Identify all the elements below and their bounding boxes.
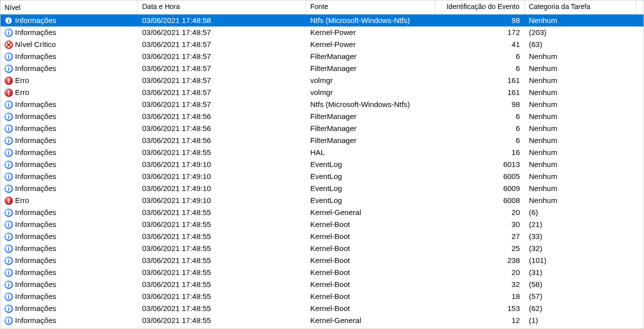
source-cell: Kernel-General (306, 206, 435, 218)
svg-rect-2 (9, 20, 10, 23)
event-id-cell: 6 (435, 122, 525, 134)
column-header-level[interactable]: Nível (1, 0, 138, 14)
event-id-cell: 153 (435, 302, 525, 314)
svg-rect-54 (9, 188, 10, 191)
table-row[interactable]: Informações03/06/2021 17:48:56FilterMana… (1, 134, 643, 146)
info-icon (5, 268, 13, 277)
date-cell: 03/06/2021 17:48:55 (138, 314, 306, 326)
table-row[interactable]: Informações03/06/2021 17:48:57FilterMana… (1, 62, 643, 74)
table-row[interactable]: Informações03/06/2021 17:48:56FilterMana… (1, 122, 643, 134)
table-row[interactable]: Informações03/06/2021 17:48:55Kernel-Boo… (1, 218, 643, 230)
source-cell: Kernel-Boot (306, 290, 435, 302)
info-icon (5, 232, 13, 241)
table-row[interactable]: Informações03/06/2021 17:49:10EventLog60… (1, 158, 643, 170)
table-row[interactable]: Informações03/06/2021 17:48:57Kernel-Pow… (1, 26, 643, 38)
table-row[interactable]: Erro03/06/2021 17:48:57volmgr161Nenhum (1, 74, 643, 86)
svg-rect-34 (9, 128, 10, 131)
source-cell: Kernel-Boot (306, 278, 435, 290)
svg-rect-50 (9, 176, 10, 179)
category-cell: Nenhum (525, 134, 636, 146)
level-text: Informações (15, 63, 57, 74)
svg-rect-12 (9, 56, 10, 59)
source-cell: HAL (306, 146, 435, 158)
info-icon (5, 316, 13, 325)
svg-rect-90 (9, 294, 10, 296)
level-text: Informações (15, 99, 57, 110)
table-row[interactable]: Erro03/06/2021 17:49:10EventLog6008Nenhu… (1, 194, 643, 206)
source-cell: FilterManager (306, 122, 435, 134)
table-row[interactable]: Erro03/06/2021 17:48:57volmgr161Nenhum (1, 86, 643, 98)
level-text: Informações (15, 315, 57, 326)
column-header-source[interactable]: Fonte (306, 0, 435, 14)
svg-rect-57 (8, 198, 9, 202)
info-icon (5, 172, 13, 181)
event-id-cell: 161 (435, 74, 525, 86)
info-icon (5, 100, 13, 109)
event-id-cell: 20 (435, 266, 525, 278)
date-cell: 03/06/2021 17:48:55 (138, 242, 306, 254)
svg-rect-43 (9, 150, 10, 152)
category-cell: Nenhum (525, 122, 636, 134)
source-cell: FilterManager (306, 50, 435, 62)
table-row[interactable]: Informações03/06/2021 17:48:55Kernel-Boo… (1, 266, 643, 278)
event-id-cell: 25 (435, 242, 525, 254)
source-cell: EventLog (306, 194, 435, 206)
table-row[interactable]: Informações03/06/2021 17:48:55Kernel-Boo… (1, 290, 643, 302)
source-cell: EventLog (306, 170, 435, 182)
event-id-cell: 6 (435, 110, 525, 122)
table-row[interactable]: Informações03/06/2021 17:48:55Kernel-Boo… (1, 278, 643, 290)
category-cell: Nenhum (525, 50, 636, 62)
svg-rect-42 (9, 152, 10, 155)
table-row[interactable]: Informações03/06/2021 17:48:56FilterMana… (1, 110, 643, 122)
svg-rect-74 (9, 246, 10, 248)
date-cell: 03/06/2021 17:48:56 (138, 122, 306, 134)
table-body[interactable]: Informações03/06/2021 17:48:58Ntfs (Micr… (1, 14, 643, 328)
event-id-cell: 98 (435, 98, 525, 110)
date-cell: 03/06/2021 17:48:55 (138, 290, 306, 302)
table-row[interactable]: Informações03/06/2021 17:49:10EventLog60… (1, 170, 643, 182)
table-row[interactable]: Informações03/06/2021 17:48:55Kernel-Boo… (1, 254, 643, 266)
table-row[interactable]: Informações03/06/2021 17:48:57Ntfs (Micr… (1, 98, 643, 110)
level-text: Informações (15, 279, 57, 290)
event-id-cell: 20 (435, 206, 525, 218)
info-icon (5, 220, 13, 229)
table-row[interactable]: Informações03/06/2021 17:49:10EventLog60… (1, 182, 643, 194)
source-cell: volmgr (306, 86, 435, 98)
column-header-date[interactable]: Data e Hora (138, 0, 306, 14)
table-row[interactable]: Informações03/06/2021 17:48:57FilterMana… (1, 50, 643, 62)
svg-rect-81 (9, 272, 10, 275)
svg-rect-38 (9, 140, 10, 143)
source-cell: Kernel-Boot (306, 242, 435, 254)
table-row[interactable]: Nível Crítico03/06/2021 17:48:57Kernel-P… (1, 38, 643, 50)
level-text: Erro (15, 195, 29, 206)
level-text: Informações (15, 303, 57, 314)
source-cell: Ntfs (Microsoft-Windows-Ntfs) (306, 14, 435, 26)
svg-rect-89 (9, 296, 10, 299)
date-cell: 03/06/2021 17:48:56 (138, 134, 306, 146)
table-row[interactable]: Informações03/06/2021 17:48:55HAL16Nenhu… (1, 146, 643, 158)
level-text: Erro (15, 75, 29, 86)
column-header-category[interactable]: Categoria da Tarefa (525, 0, 636, 14)
svg-rect-7 (9, 30, 10, 32)
table-row[interactable]: Informações03/06/2021 17:48:55Kernel-Gen… (1, 206, 643, 218)
svg-rect-26 (9, 104, 10, 107)
column-header-event-id[interactable]: Identificação do Evento (435, 0, 525, 14)
table-row[interactable]: Informações03/06/2021 17:48:55Kernel-Boo… (1, 230, 643, 242)
svg-rect-77 (9, 260, 10, 263)
table-row[interactable]: Informações03/06/2021 17:48:55Kernel-Boo… (1, 242, 643, 254)
svg-rect-65 (9, 224, 10, 227)
date-cell: 03/06/2021 17:48:57 (138, 62, 306, 74)
table-row[interactable]: Informações03/06/2021 17:48:55Kernel-Boo… (1, 302, 643, 314)
date-cell: 03/06/2021 17:48:55 (138, 278, 306, 290)
table-row[interactable]: Informações03/06/2021 17:48:55Kernel-Gen… (1, 314, 643, 326)
date-cell: 03/06/2021 17:48:55 (138, 206, 306, 218)
table-row[interactable]: Informações03/06/2021 17:48:58Ntfs (Micr… (1, 14, 643, 26)
category-cell: Nenhum (525, 110, 636, 122)
svg-rect-70 (9, 234, 10, 236)
category-cell: Nenhum (525, 98, 636, 110)
level-text: Informações (15, 123, 57, 134)
source-cell: FilterManager (306, 110, 435, 122)
svg-point-20 (8, 82, 10, 83)
date-cell: 03/06/2021 17:48:57 (138, 74, 306, 86)
category-cell: Nenhum (525, 146, 636, 158)
